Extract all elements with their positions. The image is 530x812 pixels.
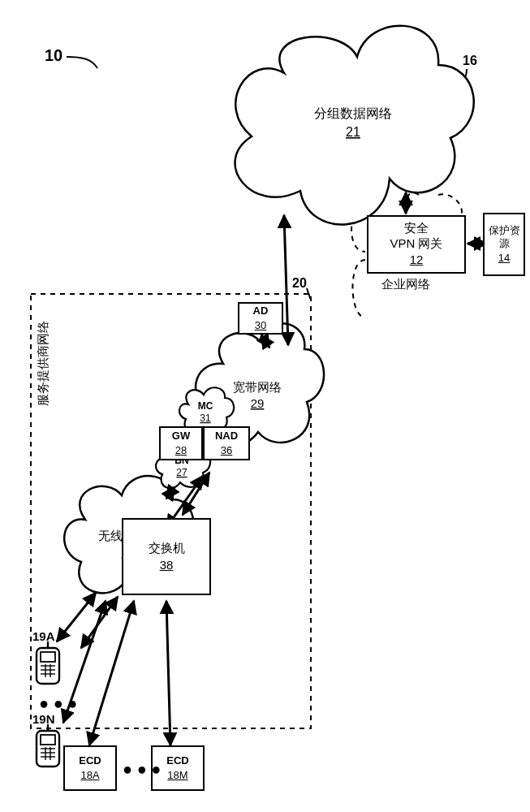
ecd18m-ref: 18M xyxy=(167,769,187,782)
svg-text:宽带网络: 宽带网络 xyxy=(233,380,282,394)
ecd-18a-box: ECD 18A xyxy=(63,745,117,791)
ecd18m-label: ECD xyxy=(166,754,188,767)
svg-text:企业网络: 企业网络 xyxy=(381,277,430,291)
vpn-gateway-box: 安全 VPN 网关 12 xyxy=(367,215,466,274)
phone-19n-icon xyxy=(28,724,67,773)
switch-box: 交换机 38 xyxy=(122,518,211,595)
svg-line-41 xyxy=(166,601,170,745)
vpn-line2: VPN 网关 xyxy=(390,236,442,252)
svg-text:20: 20 xyxy=(292,276,307,290)
ad-box: AD 30 xyxy=(238,302,283,335)
phone-ellipsis: ● ● ● xyxy=(39,694,77,713)
ad-label: AD xyxy=(253,304,269,317)
nad-box: NAD 36 xyxy=(203,426,250,460)
vpn-ref: 12 xyxy=(410,253,424,268)
ecd18a-ref: 18A xyxy=(80,769,99,782)
protect-ref: 14 xyxy=(498,252,510,265)
svg-rect-51 xyxy=(41,735,55,745)
svg-text:MC: MC xyxy=(198,400,213,412)
vpn-line1: 安全 xyxy=(404,221,429,236)
svg-text:27: 27 xyxy=(176,467,187,478)
phone-19a-label: 19A xyxy=(32,629,55,643)
ecd18a-label: ECD xyxy=(79,754,101,767)
svg-rect-43 xyxy=(41,652,55,662)
svg-text:10: 10 xyxy=(45,46,62,64)
svg-text:29: 29 xyxy=(251,396,265,410)
switch-ref: 38 xyxy=(160,558,174,573)
svg-text:31: 31 xyxy=(200,412,211,424)
gw-ref: 28 xyxy=(175,444,187,457)
protected-resource-box-2: 保护资源 14 xyxy=(483,213,525,276)
ad-ref: 30 xyxy=(255,319,266,332)
svg-text:16: 16 xyxy=(463,54,477,67)
nad-label: NAD xyxy=(215,430,238,443)
gw-box: GW 28 xyxy=(159,426,203,460)
svg-text:分组数据网络: 分组数据网络 xyxy=(314,106,392,120)
gw-label: GW xyxy=(172,430,190,443)
phone-19a-icon xyxy=(28,641,67,690)
svg-text:服务提供商网络: 服务提供商网络 xyxy=(36,321,50,406)
svg-text:21: 21 xyxy=(346,125,360,139)
ecd-ellipsis: ● ● ● xyxy=(123,760,161,779)
diagram-canvas: 10 服务提供商网络 20 16 企业网络 分组数据网络 21 宽带网络 29 … xyxy=(0,0,530,812)
protect-label2: 保护资源 xyxy=(488,224,520,251)
switch-label: 交换机 xyxy=(149,541,185,556)
nad-ref: 36 xyxy=(221,444,232,457)
phone-19n-label: 19N xyxy=(32,712,55,726)
svg-line-40 xyxy=(89,601,134,745)
